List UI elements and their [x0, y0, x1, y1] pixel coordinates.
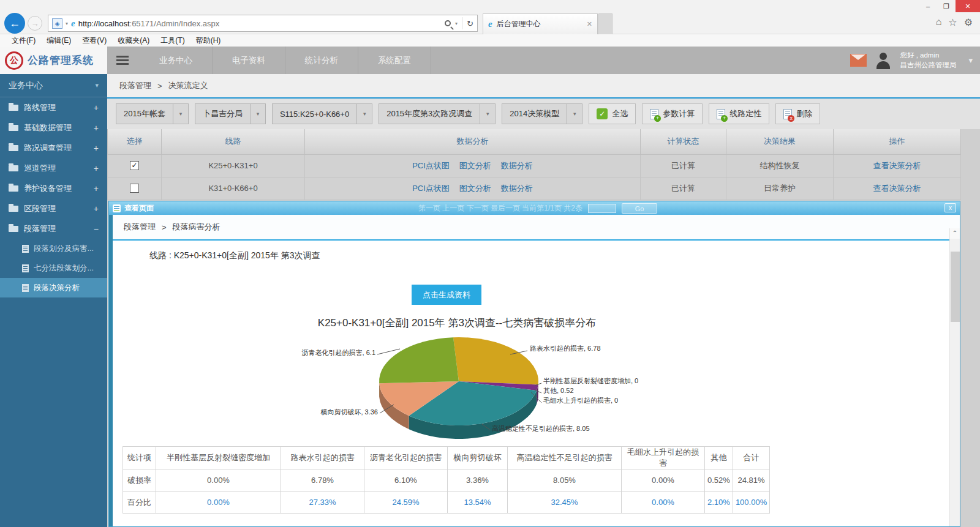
window-minimize-button[interactable]: – — [919, 0, 937, 12]
menu-item-1[interactable]: 文件(F) — [6, 36, 41, 46]
user-area[interactable]: 您好 , admin 昌吉州公路管理局 ▾ — [850, 47, 973, 74]
sidebar-item-5[interactable]: 养护设备管理+ — [0, 178, 107, 198]
expand-toggle-icon[interactable]: − — [94, 224, 99, 234]
modal-scrollbar[interactable]: ⌃ — [949, 228, 960, 526]
page-number-input[interactable] — [588, 204, 616, 213]
back-button[interactable]: ← — [4, 13, 25, 34]
forward-button[interactable]: → — [28, 16, 42, 31]
stats-value: 0.00% — [622, 469, 705, 491]
analysis-link-1[interactable]: PCI点状图 — [412, 161, 450, 170]
pie-slice — [379, 337, 459, 383]
top-nav: 业务中心电子资料统计分析系统配置 — [140, 47, 431, 74]
sidebar-subitem-1[interactable]: 段落划分及病害... — [0, 239, 107, 258]
menu-item-4[interactable]: 收藏夹(A) — [112, 36, 155, 46]
favorites-star-icon[interactable]: ☆ — [948, 17, 957, 28]
menu-item-6[interactable]: 帮助(H) — [190, 36, 227, 46]
app-header: 公 公路管理系统 业务中心电子资料统计分析系统配置 您好 , admin 昌吉州… — [0, 47, 980, 74]
view-decision-link[interactable]: 查看决策分析 — [873, 161, 921, 170]
chevron-down-icon[interactable]: ▾ — [480, 104, 495, 124]
browser-tab[interactable]: e 后台管理中心 ✕ — [483, 13, 598, 34]
analysis-link-2[interactable]: 图文分析 — [459, 161, 491, 170]
pie-label: 高温稳定性不足引起的损害, 8.05 — [492, 425, 590, 432]
menu-item-5[interactable]: 工具(T) — [155, 36, 190, 46]
hamburger-menu-icon[interactable] — [116, 56, 129, 65]
modal-close-button[interactable]: x — [944, 203, 956, 212]
dropdown-3[interactable]: S115:K25+0-K66+0▾ — [272, 103, 372, 124]
expand-toggle-icon[interactable]: + — [94, 123, 99, 133]
settings-gear-icon[interactable]: ⚙ — [964, 17, 973, 28]
chevron-down-icon[interactable]: ▾ — [250, 104, 265, 124]
window-maximize-button[interactable]: ❐ — [937, 0, 956, 12]
search-icon[interactable] — [445, 20, 451, 26]
dropdown-1[interactable]: 2015年帐套▾ — [116, 103, 189, 124]
sidebar-item-4[interactable]: 巡道管理+ — [0, 158, 107, 178]
row-checkbox[interactable] — [130, 184, 139, 193]
modal-page-icon — [113, 204, 121, 212]
document-icon — [22, 284, 29, 292]
sidebar-item-7[interactable]: 段落管理− — [0, 219, 107, 239]
window-close-button[interactable]: ✕ — [956, 0, 980, 12]
top-nav-item-2[interactable]: 电子资料 — [213, 47, 285, 74]
expand-toggle-icon[interactable]: + — [94, 163, 99, 173]
analysis-link-1[interactable]: PCI点状图 — [412, 184, 450, 193]
pie-leader-line — [377, 349, 400, 354]
sidebar-title[interactable]: 业务中心▾ — [0, 74, 107, 97]
sidebar-subitem-3[interactable]: 段落决策分析 — [0, 278, 107, 297]
sidebar-item-2[interactable]: 基础数据管理+ — [0, 118, 107, 138]
home-icon[interactable]: ⌂ — [936, 17, 942, 28]
page-go-button[interactable]: Go — [622, 203, 657, 214]
stats-value: 0.00% — [156, 491, 281, 514]
pie-label: 半刚性基层反射裂缝密度增加, 0 — [543, 377, 638, 384]
address-bar[interactable]: ◈ ▾ e http://localhost:65171/Admin/Index… — [48, 15, 478, 32]
dropdown-4[interactable]: 2015年度第3次路况调查▾ — [379, 103, 496, 124]
chevron-down-icon[interactable]: ▾ — [356, 104, 372, 124]
toolbar-button-2[interactable]: 参数计算 — [642, 103, 703, 124]
new-tab-button[interactable] — [598, 13, 612, 34]
mail-icon[interactable] — [850, 54, 867, 67]
expand-toggle-icon[interactable]: + — [94, 184, 99, 193]
analysis-link-2[interactable]: 图文分析 — [459, 184, 491, 193]
chevron-down-icon: ▾ — [95, 81, 99, 89]
sidebar-item-3[interactable]: 路况调查管理+ — [0, 138, 107, 158]
toolbar-button-4[interactable]: 删除 — [775, 103, 820, 124]
app-title: 公路管理系统 — [28, 53, 94, 67]
refresh-icon[interactable]: ↻ — [467, 19, 473, 28]
top-nav-item-1[interactable]: 业务中心 — [140, 47, 213, 74]
expand-toggle-icon[interactable]: + — [94, 143, 99, 153]
user-avatar[interactable] — [874, 51, 892, 70]
menu-item-2[interactable]: 编辑(E) — [41, 36, 77, 46]
user-chevron-down-icon[interactable]: ▾ — [968, 56, 973, 65]
search-caret-icon[interactable]: ▾ — [455, 21, 458, 26]
view-decision-link[interactable]: 查看决策分析 — [873, 184, 921, 193]
table-row: ✓K25+0-K31+0PCI点状图图文分析数据分析已计算结构性恢复查看决策分析 — [108, 154, 961, 177]
sidebar-item-1[interactable]: 路线管理+ — [0, 97, 107, 118]
cell-result: 结构性恢复 — [726, 154, 834, 177]
column-header: 数据分析 — [305, 129, 641, 154]
compatibility-icon[interactable]: ◈ — [52, 18, 62, 29]
analysis-link-3[interactable]: 数据分析 — [501, 184, 533, 193]
analysis-link-3[interactable]: 数据分析 — [501, 161, 533, 170]
stats-table: 统计项半刚性基层反射裂缝密度增加路表水引起的损害沥青老化引起的损害横向剪切破坏高… — [123, 446, 770, 514]
dropdown-2[interactable]: 卜昌吉分局▾ — [195, 103, 266, 124]
toolbar-button-1[interactable]: ✓全选 — [589, 103, 636, 124]
sidebar-subitem-2[interactable]: 七分法段落划分... — [0, 258, 107, 278]
address-dropdown-caret[interactable]: ▾ — [66, 21, 68, 26]
sidebar-item-6[interactable]: 区段管理+ — [0, 198, 107, 219]
chevron-down-icon[interactable]: ▾ — [567, 104, 582, 124]
expand-toggle-icon[interactable]: + — [94, 204, 99, 214]
row-checkbox[interactable]: ✓ — [130, 161, 139, 170]
dropdown-5[interactable]: 2014决策模型▾ — [502, 103, 582, 124]
tab-close-icon[interactable]: ✕ — [587, 20, 592, 28]
menu-item-3[interactable]: 查看(V) — [77, 36, 112, 46]
expand-toggle-icon[interactable]: + — [94, 103, 99, 113]
modal-titlebar[interactable]: 查看页面 第一页 上一页 下一页 最后一页 当前第1/1页 共2条 Go x — [109, 201, 960, 215]
chevron-down-icon[interactable]: ▾ — [173, 104, 188, 124]
toolbar-button-3[interactable]: 线路定性 — [709, 103, 769, 124]
top-nav-item-4[interactable]: 系统配置 — [358, 47, 431, 74]
column-header: 选择 — [108, 129, 162, 154]
top-nav-item-3[interactable]: 统计分析 — [285, 47, 358, 74]
chart-title: K25+0-K31+0[全副] 2015年 第3次调查--七类病害破损率分布 — [318, 316, 596, 330]
scroll-up-arrow[interactable]: ⌃ — [950, 228, 960, 239]
scrollbar-thumb[interactable] — [951, 252, 960, 322]
generate-data-button[interactable]: 点击生成资料 — [412, 285, 481, 305]
